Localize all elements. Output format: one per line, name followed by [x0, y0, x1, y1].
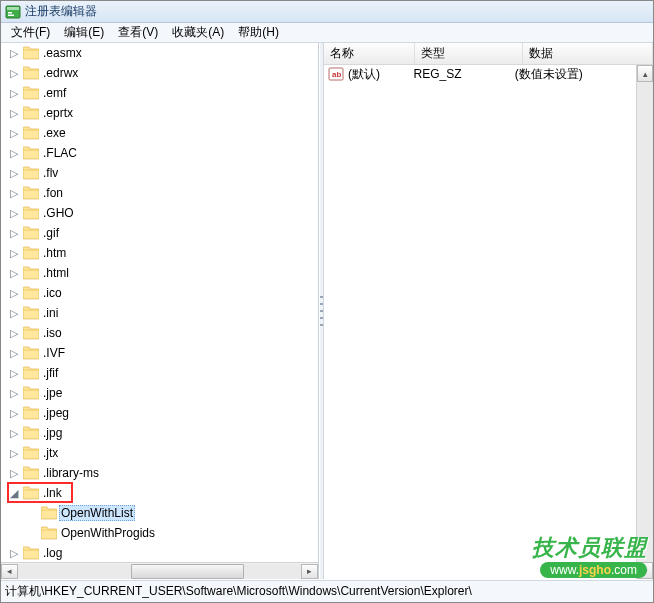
- tree-node[interactable]: ▷.ini: [1, 303, 155, 323]
- tree-node[interactable]: ▷.jfif: [1, 363, 155, 383]
- folder-icon: [23, 246, 39, 260]
- expand-icon[interactable]: ▷: [7, 346, 21, 360]
- tree-node[interactable]: OpenWithProgids: [1, 523, 155, 543]
- expand-icon[interactable]: ▷: [7, 126, 21, 140]
- tree-node-label: .jpeg: [43, 406, 69, 420]
- tree-node[interactable]: ▷.jpg: [1, 423, 155, 443]
- tree-node[interactable]: ▷.GHO: [1, 203, 155, 223]
- tree-node[interactable]: ▷.iso: [1, 323, 155, 343]
- leaf-spacer: [25, 506, 39, 520]
- svg-rect-2: [8, 12, 12, 14]
- folder-icon: [23, 426, 39, 440]
- folder-icon: [41, 526, 57, 540]
- tree-node-label: .GHO: [43, 206, 74, 220]
- expand-icon[interactable]: ▷: [7, 406, 21, 420]
- list-row[interactable]: ab(默认)REG_SZ(数值未设置): [324, 65, 636, 83]
- tree-node[interactable]: ▷.flv: [1, 163, 155, 183]
- tree-node[interactable]: ▷.htm: [1, 243, 155, 263]
- expand-icon[interactable]: ▷: [7, 86, 21, 100]
- expand-icon[interactable]: ▷: [7, 446, 21, 460]
- cell-type: REG_SZ: [414, 67, 515, 81]
- titlebar: 注册表编辑器: [1, 1, 653, 23]
- expand-icon[interactable]: ▷: [7, 266, 21, 280]
- tree-node-label: .jtx: [43, 446, 58, 460]
- folder-icon: [23, 46, 39, 60]
- folder-icon: [23, 326, 39, 340]
- expand-icon[interactable]: ▷: [7, 206, 21, 220]
- tree-node-label: .jpg: [43, 426, 62, 440]
- expand-icon[interactable]: ▷: [7, 326, 21, 340]
- expand-icon[interactable]: ▷: [7, 366, 21, 380]
- list-body[interactable]: ab(默认)REG_SZ(数值未设置): [324, 65, 636, 579]
- menu-favorites[interactable]: 收藏夹(A): [166, 23, 230, 42]
- menu-view[interactable]: 查看(V): [112, 23, 164, 42]
- tree-node[interactable]: ▷.easmx: [1, 43, 155, 63]
- folder-icon: [23, 206, 39, 220]
- tree-node[interactable]: ▷.FLAC: [1, 143, 155, 163]
- tree-node[interactable]: ▷.IVF: [1, 343, 155, 363]
- folder-icon: [23, 266, 39, 280]
- column-name[interactable]: 名称: [324, 43, 415, 64]
- expand-icon[interactable]: ▷: [7, 466, 21, 480]
- svg-rect-1: [7, 7, 19, 10]
- folder-icon: [41, 506, 57, 520]
- scroll-up-button[interactable]: ▴: [637, 65, 653, 82]
- tree-node[interactable]: ▷.jpe: [1, 383, 155, 403]
- tree-node[interactable]: ▷.library-ms: [1, 463, 155, 483]
- expand-icon[interactable]: ▷: [7, 426, 21, 440]
- tree-scroll[interactable]: ▷.easmx▷.edrwx▷.emf▷.eprtx▷.exe▷.FLAC▷.f…: [1, 43, 318, 562]
- scroll-thumb[interactable]: [131, 564, 244, 579]
- column-data[interactable]: 数据: [523, 43, 653, 64]
- scroll-left-button[interactable]: ◂: [1, 564, 18, 579]
- scroll-right-button[interactable]: ▸: [301, 564, 318, 579]
- tree-node[interactable]: ▷.fon: [1, 183, 155, 203]
- expand-icon[interactable]: ▷: [7, 546, 21, 560]
- tree-node[interactable]: ▷.jtx: [1, 443, 155, 463]
- expand-icon[interactable]: ▷: [7, 46, 21, 60]
- tree-node[interactable]: ◢.lnk: [1, 483, 155, 503]
- folder-icon: [23, 286, 39, 300]
- tree-node[interactable]: ▷.gif: [1, 223, 155, 243]
- vscroll-track[interactable]: [637, 82, 653, 562]
- tree-node-label: .eprtx: [43, 106, 73, 120]
- tree: ▷.easmx▷.edrwx▷.emf▷.eprtx▷.exe▷.FLAC▷.f…: [1, 43, 155, 562]
- tree-node[interactable]: ▷.edrwx: [1, 63, 155, 83]
- scroll-down-button[interactable]: ▾: [637, 562, 653, 579]
- folder-icon: [23, 546, 39, 560]
- scroll-track[interactable]: [18, 564, 301, 579]
- tree-node[interactable]: ▷.exe: [1, 123, 155, 143]
- expand-icon[interactable]: ▷: [7, 146, 21, 160]
- menu-edit[interactable]: 编辑(E): [58, 23, 110, 42]
- tree-node-label: .emf: [43, 86, 66, 100]
- tree-node[interactable]: ▷.html: [1, 263, 155, 283]
- tree-node[interactable]: ▷.emf: [1, 83, 155, 103]
- folder-icon: [23, 486, 39, 500]
- expand-icon[interactable]: ▷: [7, 386, 21, 400]
- horizontal-scrollbar[interactable]: ◂ ▸: [1, 562, 318, 579]
- tree-node-label: .html: [43, 266, 69, 280]
- expand-icon[interactable]: ▷: [7, 226, 21, 240]
- collapse-icon[interactable]: ◢: [7, 486, 21, 500]
- expand-icon[interactable]: ▷: [7, 186, 21, 200]
- tree-node-label: .ico: [43, 286, 62, 300]
- menu-file[interactable]: 文件(F): [5, 23, 56, 42]
- tree-node[interactable]: OpenWithList: [1, 503, 155, 523]
- tree-node-label: .htm: [43, 246, 66, 260]
- column-type[interactable]: 类型: [415, 43, 523, 64]
- menu-help[interactable]: 帮助(H): [232, 23, 285, 42]
- tree-node[interactable]: ▷.eprtx: [1, 103, 155, 123]
- folder-icon: [23, 66, 39, 80]
- expand-icon[interactable]: ▷: [7, 166, 21, 180]
- tree-node[interactable]: ▷.jpeg: [1, 403, 155, 423]
- expand-icon[interactable]: ▷: [7, 246, 21, 260]
- vertical-scrollbar[interactable]: ▴ ▾: [636, 65, 653, 579]
- tree-node-label: .jfif: [43, 366, 58, 380]
- tree-node[interactable]: ▷.log: [1, 543, 155, 562]
- tree-node[interactable]: ▷.ico: [1, 283, 155, 303]
- expand-icon[interactable]: ▷: [7, 286, 21, 300]
- cell-name: (默认): [348, 66, 414, 83]
- tree-node-label: .iso: [43, 326, 62, 340]
- expand-icon[interactable]: ▷: [7, 306, 21, 320]
- expand-icon[interactable]: ▷: [7, 66, 21, 80]
- expand-icon[interactable]: ▷: [7, 106, 21, 120]
